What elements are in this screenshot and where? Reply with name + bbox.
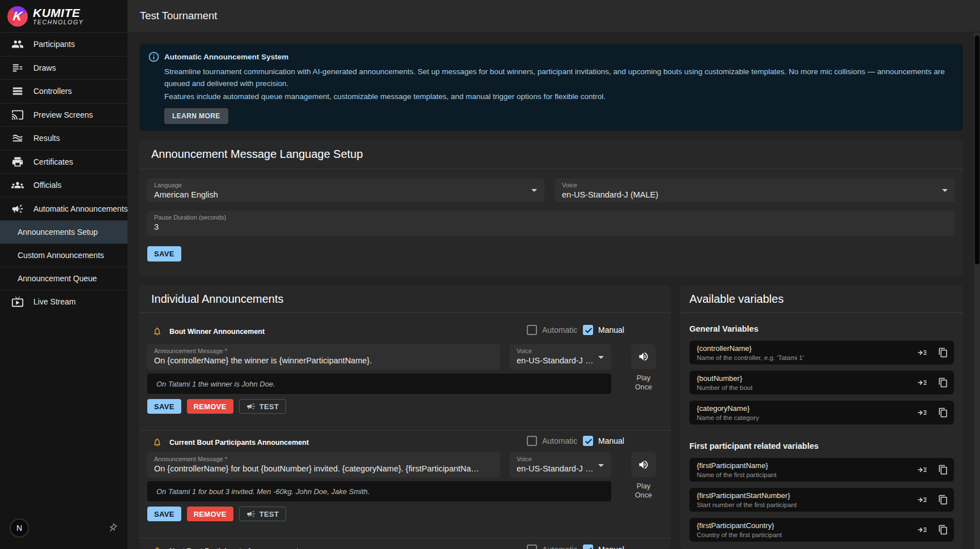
- live-tv-icon: [11, 295, 24, 308]
- variable-card-firstParticipantStartNumber: {firstParticipantStartNumber} Start numb…: [689, 488, 954, 512]
- play-once-button[interactable]: [631, 452, 656, 477]
- brand-tagline: TECHNOLOGY: [33, 19, 84, 25]
- sidebar-item-custom-announcements[interactable]: Custom Announcements: [0, 243, 127, 267]
- scrollbar-thumb[interactable]: [975, 36, 979, 264]
- copy-icon[interactable]: [938, 495, 948, 505]
- speaker-icon: [638, 459, 649, 470]
- list-icon: [11, 62, 24, 74]
- banner-text-2: Features include automated queue managem…: [164, 92, 952, 101]
- checkbox-checked: [583, 436, 593, 446]
- info-icon: [148, 51, 160, 63]
- announcement-block-next-bout: Next Bout Participants Announcement Auto…: [139, 538, 671, 549]
- remove-button[interactable]: REMOVE: [187, 399, 233, 414]
- copy-icon[interactable]: [938, 525, 948, 535]
- announcement-block-bout-winner: Bout Winner Announcement Automatic Manua…: [139, 312, 671, 431]
- chevron-down-icon: [598, 356, 604, 359]
- save-button[interactable]: SAVE: [147, 399, 181, 414]
- waves-icon: [11, 132, 24, 144]
- insert-variable-icon[interactable]: [917, 408, 927, 418]
- sidebar-item-officials[interactable]: Officials: [0, 173, 127, 197]
- sidebar-item-automatic-announcements[interactable]: Automatic Announcements: [0, 197, 127, 221]
- voice-select[interactable]: Voice en-US-Standard-J (MALE): [510, 452, 611, 478]
- sidebar-item-announcement-queue[interactable]: Announcement Queue: [0, 267, 127, 290]
- available-variables-card: Available variables General Variables {c…: [680, 285, 963, 549]
- variable-card-categoryName: {categoryName} Name of the category: [689, 401, 954, 424]
- user-avatar[interactable]: N: [10, 518, 29, 538]
- sidebar: K KUMITE TECHNOLOGY Participants Draws C…: [0, 0, 127, 549]
- variable-card-controllerName: {controllerName} Name of the controller,…: [689, 341, 954, 364]
- insert-variable-icon[interactable]: [917, 378, 927, 388]
- sidebar-item-participants[interactable]: Participants: [0, 32, 127, 56]
- save-button[interactable]: SAVE: [147, 507, 181, 521]
- announcement-name: Next Bout Participants Announcement: [169, 547, 299, 549]
- play-once-button[interactable]: [631, 344, 656, 369]
- language-select[interactable]: Language American English: [147, 178, 544, 202]
- sidebar-item-draws[interactable]: Draws: [0, 56, 127, 80]
- main-content: Automatic Announcement System Streamline…: [127, 32, 980, 549]
- bell-icon: [152, 438, 162, 447]
- brand-logo: K KUMITE TECHNOLOGY: [0, 0, 127, 32]
- announcement-name: Bout Winner Announcement: [169, 328, 265, 336]
- variable-group-heading: First participant related variables: [689, 441, 954, 451]
- chevron-down-icon: [598, 464, 604, 467]
- test-button[interactable]: TEST: [239, 399, 286, 414]
- pause-duration-input[interactable]: Pause Duration (seconds) 3: [147, 211, 955, 235]
- copy-icon[interactable]: [938, 465, 948, 475]
- pin-sidebar-icon[interactable]: [105, 521, 120, 535]
- copy-icon[interactable]: [938, 378, 948, 388]
- test-button[interactable]: TEST: [239, 507, 286, 521]
- page-title: Test Tournament: [140, 10, 217, 22]
- language-setup-title: Announcement Message Language Setup: [151, 148, 363, 161]
- insert-variable-icon[interactable]: [917, 525, 927, 535]
- checkbox-unchecked: [527, 544, 537, 549]
- manual-checkbox[interactable]: Manual: [583, 325, 624, 335]
- brand-name: KUMITE: [33, 7, 84, 19]
- voice-select[interactable]: Voice en-US-Standard-J (MALE): [555, 178, 955, 202]
- scrollbar-track[interactable]: [974, 32, 980, 549]
- sidebar-item-announcements-setup[interactable]: Announcements Setup: [0, 220, 127, 243]
- insert-variable-icon[interactable]: [917, 348, 927, 358]
- individual-announcements-title: Individual Announcements: [151, 293, 284, 306]
- copy-icon[interactable]: [938, 348, 948, 358]
- variable-group-heading: General Variables: [689, 324, 954, 333]
- sidebar-item-controllers[interactable]: Controllers: [0, 79, 127, 103]
- banner-title: Automatic Announcement System: [164, 53, 288, 61]
- sidebar-item-preview-screens[interactable]: Preview Screens: [0, 103, 127, 127]
- megaphone-icon: [246, 509, 255, 518]
- save-language-button[interactable]: SAVE: [147, 246, 181, 261]
- automatic-checkbox[interactable]: Automatic: [527, 325, 577, 335]
- manual-checkbox[interactable]: Manual: [583, 436, 624, 446]
- insert-variable-icon[interactable]: [917, 465, 927, 475]
- checkbox-checked: [583, 325, 593, 335]
- automatic-checkbox[interactable]: Automatic: [527, 544, 577, 549]
- sidebar-item-live-stream[interactable]: Live Stream: [0, 290, 127, 314]
- available-variables-title: Available variables: [689, 293, 783, 306]
- announcement-preview: On Tatami 1 for bout 3 invited. Men -60k…: [147, 481, 611, 501]
- bell-icon: [152, 546, 162, 549]
- sidebar-item-results[interactable]: Results: [0, 126, 127, 150]
- announcement-message-input[interactable]: Announcement Message * On {controllerNam…: [147, 344, 500, 370]
- copy-icon[interactable]: [938, 408, 948, 418]
- play-once-label: Play Once: [630, 374, 657, 392]
- announcement-name: Current Bout Participants Announcement: [169, 439, 309, 447]
- play-once-label: Play Once: [630, 482, 657, 500]
- cast-icon: [11, 109, 24, 121]
- variable-card-firstParticipantName: {firstParticipantName} Name of the first…: [689, 458, 954, 482]
- sidebar-item-certificates[interactable]: Certificates: [0, 150, 127, 174]
- individual-announcements-card: Individual Announcements Bout Winner Ann…: [139, 285, 671, 549]
- chevron-down-icon: [531, 189, 537, 192]
- megaphone-icon: [246, 402, 255, 411]
- info-banner: Automatic Announcement System Streamline…: [139, 44, 963, 131]
- voice-select[interactable]: Voice en-US-Standard-J (MALE): [510, 344, 611, 370]
- automatic-checkbox[interactable]: Automatic: [527, 436, 577, 446]
- remove-button[interactable]: REMOVE: [187, 507, 233, 521]
- announcement-message-input[interactable]: Announcement Message * On {controllerNam…: [147, 452, 500, 478]
- insert-variable-icon[interactable]: [917, 495, 927, 505]
- speaker-icon: [638, 351, 649, 362]
- manual-checkbox[interactable]: Manual: [583, 544, 624, 549]
- people-icon: [11, 38, 24, 50]
- learn-more-button[interactable]: LEARN MORE: [164, 108, 228, 124]
- groups-icon: [11, 179, 24, 191]
- banner-text-1: Streamline tournament communication with…: [164, 66, 952, 89]
- checkbox-checked: [583, 544, 593, 549]
